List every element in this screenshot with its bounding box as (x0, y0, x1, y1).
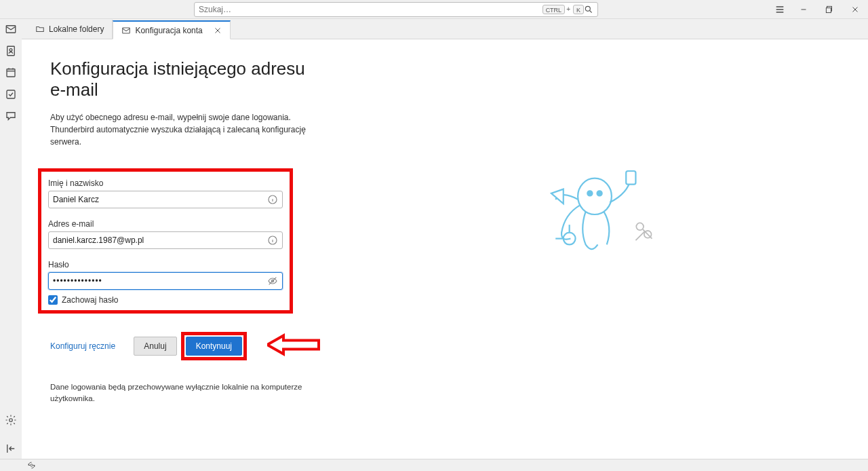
name-input[interactable] (53, 195, 267, 204)
name-field[interactable] (48, 191, 283, 208)
password-field[interactable] (48, 272, 283, 290)
email-field[interactable] (48, 231, 283, 249)
cancel-button[interactable]: Anuluj (134, 337, 176, 356)
svg-rect-35 (626, 171, 635, 185)
collapse-icon[interactable] (5, 442, 17, 455)
search-input[interactable] (199, 5, 541, 14)
left-rail (0, 19, 22, 459)
octopus-illustration (534, 160, 656, 271)
tab-account-config[interactable]: Konfiguracja konta (113, 20, 230, 39)
email-label: Adres e-mail (48, 219, 283, 229)
tab-label: Lokalne foldery (49, 24, 104, 34)
kbd-k: K (573, 5, 584, 14)
settings-icon[interactable] (5, 414, 17, 426)
tab-local-folders[interactable]: Lokalne foldery (27, 20, 113, 39)
sync-icon[interactable] (27, 461, 36, 470)
svg-point-0 (585, 6, 590, 11)
name-label: Imię i nazwisko (48, 178, 283, 188)
svg-marker-36 (551, 189, 564, 204)
svg-point-12 (9, 49, 12, 52)
svg-line-1 (590, 10, 592, 12)
svg-rect-17 (7, 90, 15, 98)
illustration-area (321, 58, 868, 459)
kbd-plus: + (566, 5, 570, 13)
global-search[interactable]: CTRL + K (194, 2, 598, 17)
mail-icon[interactable] (5, 23, 17, 35)
password-input[interactable] (53, 276, 267, 286)
svg-marker-31 (267, 335, 319, 354)
remember-password-label: Zachowaj hasło (62, 295, 118, 305)
continue-button[interactable]: Kontynuuj (186, 337, 242, 356)
password-label: Hasło (48, 260, 283, 269)
manual-config-link[interactable]: Konfiguruj ręcznie (50, 341, 115, 351)
mail-settings-icon (121, 26, 131, 35)
svg-rect-13 (7, 69, 15, 77)
page-description: Aby użyć obecnego adresu e-mail, wypełni… (50, 111, 321, 148)
address-book-icon[interactable] (5, 45, 17, 57)
eye-off-icon[interactable] (267, 276, 278, 286)
svg-line-43 (635, 231, 644, 240)
folder-icon (35, 24, 45, 34)
calendar-icon[interactable] (5, 67, 17, 79)
minimize-button[interactable] (791, 0, 816, 19)
form-highlight: Imię i nazwisko Adres e-mail Hasło (38, 168, 293, 314)
svg-point-33 (587, 191, 592, 195)
svg-point-18 (9, 419, 13, 422)
remember-password-checkbox[interactable] (48, 295, 58, 305)
close-tab-icon[interactable] (214, 26, 222, 35)
remember-password-row[interactable]: Zachowaj hasło (48, 295, 283, 305)
info-icon[interactable] (267, 194, 278, 205)
tasks-icon[interactable] (5, 88, 17, 100)
search-icon (584, 5, 593, 14)
svg-point-40 (636, 223, 644, 230)
svg-point-44 (31, 464, 33, 466)
page-title: Konfiguracja istniejącego adresu e-mail (50, 58, 321, 100)
svg-point-34 (597, 191, 602, 195)
close-window-button[interactable] (842, 0, 868, 19)
kbd-ctrl: CTRL (542, 5, 566, 14)
svg-rect-7 (826, 7, 831, 12)
title-bar: CTRL + K (0, 0, 868, 19)
tab-bar: Lokalne foldery Konfiguracja konta (22, 19, 868, 39)
app-menu-button[interactable] (769, 0, 791, 19)
svg-point-32 (578, 178, 612, 214)
info-icon[interactable] (267, 235, 278, 246)
continue-highlight: Kontynuuj (181, 332, 247, 360)
annotation-arrow (267, 331, 321, 361)
tab-label: Konfiguracja konta (135, 26, 202, 35)
maximize-button[interactable] (816, 0, 842, 19)
chat-icon[interactable] (5, 110, 17, 122)
status-bar (0, 459, 868, 471)
footnote: Dane logowania będą przechowywane wyłącz… (50, 381, 321, 405)
email-input[interactable] (53, 236, 267, 245)
